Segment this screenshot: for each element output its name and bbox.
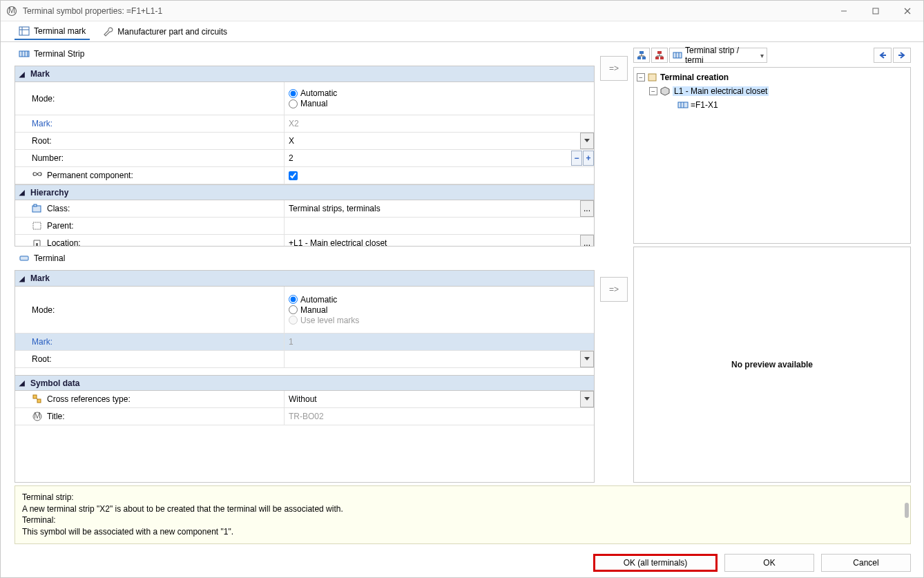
radio-manual[interactable]: Manual bbox=[289, 99, 337, 108]
expand-icon[interactable]: − bbox=[637, 73, 645, 81]
section-title: Terminal bbox=[34, 253, 65, 263]
svg-rect-40 bbox=[673, 52, 682, 58]
cross-ref-icon bbox=[32, 394, 43, 404]
location-browse-button[interactable]: ... bbox=[580, 235, 594, 247]
window-title: Terminal symbol properties: =F1+L1-1 bbox=[23, 6, 828, 16]
terminal-properties: ◢Mark Mode: Automatic Manual Use level m… bbox=[15, 270, 595, 483]
row-title: M Title: TR-BO02 bbox=[15, 408, 594, 425]
group-hierarchy[interactable]: ◢Hierarchy bbox=[15, 184, 594, 200]
tab-terminal-mark[interactable]: Terminal mark bbox=[15, 23, 90, 40]
row-mode-2: Mode: Automatic Manual Use level marks bbox=[15, 287, 594, 334]
tree-filter-select[interactable]: Terminal strip / termi ▾ bbox=[669, 48, 767, 63]
section-terminal-header: Terminal bbox=[15, 251, 595, 266]
radio-automatic[interactable]: Automatic bbox=[289, 88, 337, 98]
svg-marker-46 bbox=[661, 87, 669, 95]
label-mode: Mode: bbox=[15, 287, 285, 333]
svg-rect-16 bbox=[33, 222, 41, 229]
maximize-button[interactable] bbox=[860, 1, 892, 21]
row-permanent: Permanent component: bbox=[15, 167, 594, 184]
tree-toolbar: Terminal strip / termi ▾ bbox=[633, 46, 911, 64]
terminal-strip-icon bbox=[19, 49, 30, 59]
terminal-icon bbox=[19, 253, 30, 263]
select-label: Terminal strip / termi bbox=[685, 46, 758, 65]
infinity-icon bbox=[32, 171, 43, 180]
cross-ref-dropdown[interactable] bbox=[580, 391, 594, 407]
tab-manufacturer[interactable]: Manufacturer part and circuits bbox=[98, 24, 231, 39]
row-mode: Mode: Automatic Manual bbox=[15, 82, 594, 115]
section-terminal-strip-header: Terminal Strip bbox=[15, 46, 595, 61]
terminal-strip-icon bbox=[677, 100, 689, 110]
close-button[interactable] bbox=[892, 1, 923, 21]
svg-rect-15 bbox=[34, 204, 37, 206]
location-icon bbox=[32, 238, 43, 247]
label-mode: Mode: bbox=[15, 82, 285, 115]
preview-panel: No preview available bbox=[633, 247, 911, 483]
info-line: Terminal strip: bbox=[22, 492, 903, 503]
root-dropdown-button-2[interactable] bbox=[580, 351, 594, 367]
class-browse-button[interactable]: ... bbox=[580, 200, 594, 217]
svg-line-22 bbox=[37, 398, 38, 400]
label-title: M Title: bbox=[15, 408, 285, 425]
titlebar: M Terminal symbol properties: =F1+L1-1 bbox=[1, 1, 923, 21]
cancel-button[interactable]: Cancel bbox=[821, 554, 911, 572]
tree-leaf[interactable]: =F1-X1 bbox=[637, 98, 907, 112]
row-mark: Mark: X2 bbox=[15, 115, 594, 133]
number-increment[interactable]: + bbox=[583, 151, 594, 166]
radio-automatic-2[interactable]: Automatic bbox=[289, 295, 359, 305]
checkbox-permanent[interactable] bbox=[289, 171, 298, 180]
group-mark[interactable]: ◢Mark bbox=[15, 66, 594, 82]
svg-rect-35 bbox=[660, 57, 664, 59]
tree-view-button-1[interactable] bbox=[633, 48, 650, 63]
group-mark-2[interactable]: ◢Mark bbox=[15, 271, 594, 287]
label-mark-link[interactable]: Mark: bbox=[15, 115, 285, 132]
expand-icon[interactable]: − bbox=[649, 87, 657, 95]
minimize-button[interactable] bbox=[828, 1, 860, 21]
section-title: Terminal Strip bbox=[34, 49, 84, 59]
tree-child[interactable]: − L1 - Main electrical closet bbox=[637, 84, 907, 98]
footer: OK (all terminals) OK Cancel bbox=[1, 548, 923, 577]
info-line: This symbol will be associated with a ne… bbox=[22, 526, 903, 538]
info-line: A new terminal strip "X2" is about to be… bbox=[22, 503, 903, 515]
tree-view-button-2[interactable] bbox=[651, 48, 668, 63]
assign-strip-button[interactable]: => bbox=[600, 56, 628, 81]
radio-manual-2[interactable]: Manual bbox=[289, 305, 359, 315]
row-root-2: Root: bbox=[15, 351, 594, 368]
value-mark-2: 1 bbox=[289, 337, 293, 347]
number-decrement[interactable]: − bbox=[571, 151, 582, 166]
info-bar: Terminal strip: A new terminal strip "X2… bbox=[15, 485, 911, 544]
label-root: Root: bbox=[15, 133, 285, 149]
value-location: +L1 - Main electrical closet bbox=[289, 238, 387, 247]
svg-rect-6 bbox=[19, 27, 29, 35]
row-location: Location: +L1 - Main electrical closet .… bbox=[15, 235, 594, 247]
label-permanent: Permanent component: bbox=[15, 167, 285, 184]
nav-prev-button[interactable] bbox=[874, 48, 892, 63]
info-scrollbar[interactable] bbox=[905, 503, 909, 518]
row-parent: Parent: bbox=[15, 218, 594, 235]
group-symbol-data[interactable]: ◢Symbol data bbox=[15, 375, 594, 391]
row-mark-2: Mark: 1 bbox=[15, 334, 594, 351]
tree-panel[interactable]: − Terminal creation − L1 - Main electric… bbox=[633, 67, 911, 244]
value-title: TR-BO02 bbox=[289, 412, 324, 421]
tabs: Terminal mark Manufacturer part and circ… bbox=[1, 21, 923, 42]
window-controls bbox=[828, 1, 923, 21]
svg-rect-20 bbox=[33, 395, 37, 398]
label-location: Location: bbox=[15, 235, 285, 247]
svg-rect-45 bbox=[648, 74, 656, 81]
radio-use-level: Use level marks bbox=[289, 316, 359, 325]
value-mark: X2 bbox=[289, 119, 299, 128]
assign-terminal-button[interactable]: => bbox=[600, 277, 628, 302]
ok-all-terminals-button[interactable]: OK (all terminals) bbox=[593, 554, 718, 572]
ok-button[interactable]: OK bbox=[724, 554, 814, 572]
row-number: Number: − + bbox=[15, 150, 594, 167]
row-class: Class: Terminal strips, terminals ... bbox=[15, 200, 594, 218]
class-icon bbox=[32, 204, 43, 213]
svg-marker-13 bbox=[584, 139, 590, 142]
terminal-mark-icon bbox=[19, 26, 30, 36]
root-dropdown-button[interactable] bbox=[580, 133, 594, 149]
label-mark-link-2[interactable]: Mark: bbox=[15, 334, 285, 350]
tree-root[interactable]: − Terminal creation bbox=[637, 70, 907, 84]
input-root-2[interactable] bbox=[289, 354, 594, 364]
nav-next-button[interactable] bbox=[893, 48, 911, 63]
input-root[interactable] bbox=[289, 136, 594, 146]
input-number[interactable] bbox=[289, 153, 594, 163]
